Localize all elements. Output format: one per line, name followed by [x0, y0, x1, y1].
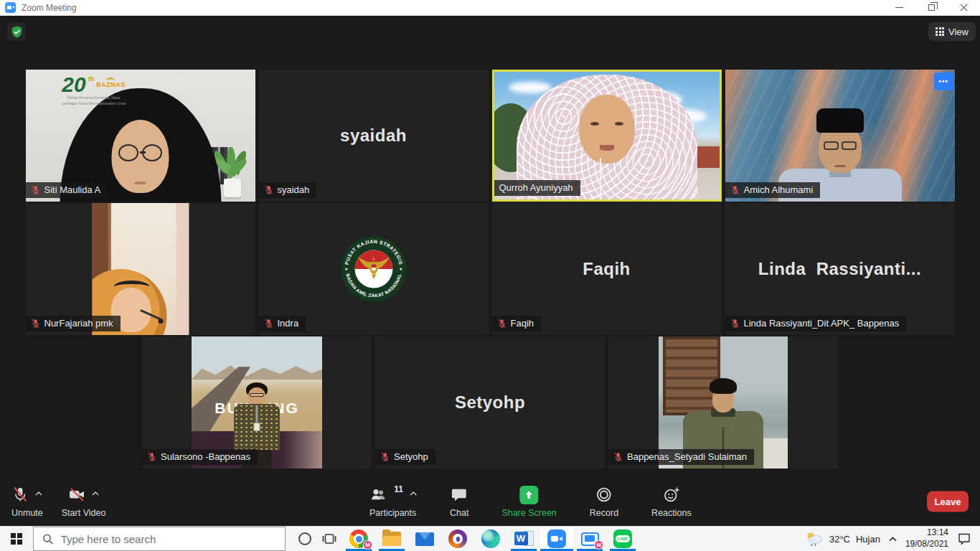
taskbar-app-zoom[interactable]	[540, 527, 573, 551]
window-title-bar: Zoom Meeting	[0, 0, 980, 16]
meeting-area: View	[0, 16, 980, 526]
close-button[interactable]	[948, 0, 980, 15]
baznas-20th-logo: 20 th BAZNAS Pilihan Pertama Pembayar Za…	[33, 74, 155, 106]
maximize-button[interactable]	[915, 0, 948, 15]
chat-button[interactable]: Chat	[450, 486, 468, 518]
close-icon	[960, 4, 968, 11]
muted-mic-icon	[497, 319, 507, 328]
video-gallery: 20 th BAZNAS Pilihan Pertama Pembayar Za…	[0, 70, 980, 468]
muted-mic-icon	[730, 319, 740, 328]
zoom-icon	[547, 529, 566, 548]
restore-icon	[928, 4, 935, 11]
task-view-icon	[322, 532, 336, 546]
participants-button[interactable]: 11 Participants	[369, 486, 417, 518]
taskbar-weather[interactable]: 32°C Hujan	[805, 531, 880, 547]
clock-time: 13:14	[905, 527, 948, 539]
clock-date: 19/08/2021	[905, 539, 948, 550]
participant-tile-linda-rassiyanti[interactable]: Linda Rassiyanti... Linda Rassiyanti_Dit…	[725, 203, 955, 335]
logo-star-left: ★	[344, 267, 348, 271]
taskbar-clock[interactable]: 13:14 19/08/2021	[905, 527, 948, 550]
baznas-20-suffix: th	[88, 75, 95, 83]
participant-tile-nurfajariah[interactable]: NurFajariah pmk	[26, 203, 255, 335]
wooden-shutters	[663, 336, 720, 415]
leave-button[interactable]: Leave	[927, 491, 969, 512]
taskbar-app-line[interactable]: LINE	[606, 527, 639, 551]
participant-tile-sularsono[interactable]: BUILDING	[142, 336, 372, 468]
muted-mic-icon	[730, 185, 740, 194]
meeting-toolbar: Unmute Start Video 11	[0, 477, 980, 526]
mail-icon	[415, 532, 434, 546]
gallery-row: NurFajariah pmk	[0, 203, 980, 335]
muted-mic-icon	[380, 452, 390, 461]
baznas-tagline-1: Pilihan Pertama Pembayar Zakat	[33, 95, 155, 101]
taskbar-app-chrome[interactable]: M	[342, 527, 375, 551]
taskbar-tray: 32°C Hujan 13:14 19/08/2021	[805, 527, 980, 550]
unmute-label: Unmute	[11, 508, 43, 518]
participant-tile-faqih[interactable]: Faqih Faqih	[492, 203, 722, 335]
share-screen-button[interactable]: Share Screen	[501, 486, 556, 518]
glasses	[250, 393, 264, 397]
word-icon: W	[514, 530, 534, 547]
taskbar-app-word[interactable]: W	[507, 527, 540, 551]
participant-name-label: Siti Maulida A	[26, 182, 108, 198]
taskbar-app-mail[interactable]	[408, 527, 441, 551]
participant-tile-qurroh-ayuniyyah[interactable]: Qurroh Ayuniyyah	[492, 70, 722, 202]
zoom-app-icon	[5, 2, 16, 13]
participant-tile-indra[interactable]: PUSAT KAJIAN STRATEGIS BADAN AMIL ZAKAT …	[259, 203, 489, 335]
gallery-row: 20 th BAZNAS Pilihan Pertama Pembayar Za…	[0, 70, 980, 202]
gallery-grid-icon	[936, 27, 944, 36]
record-button[interactable]: Record	[590, 486, 618, 518]
taskbar-app-zoom-share[interactable]: M	[573, 527, 606, 551]
person-face	[579, 95, 635, 164]
taskbar-apps: M W	[342, 527, 639, 551]
unmute-button[interactable]: Unmute	[11, 486, 43, 518]
action-center-icon[interactable]	[957, 532, 971, 546]
avast-browser-icon	[448, 529, 467, 548]
weather-rain-icon	[805, 531, 824, 547]
weather-condition: Hujan	[856, 534, 880, 545]
taskbar-app-file-explorer[interactable]	[375, 527, 408, 551]
muted-mic-icon	[613, 452, 623, 461]
participant-tile-setyadi-sulaiman[interactable]: Bappenas_Setyadi Sulaiman	[608, 336, 838, 468]
muted-mic-icon	[264, 185, 273, 194]
share-screen-icon	[520, 486, 539, 504]
minimize-button[interactable]	[883, 0, 915, 15]
participant-name-label: syaidah	[259, 182, 317, 198]
tray-overflow-caret-icon[interactable]	[889, 537, 897, 542]
task-view-button[interactable]	[322, 532, 336, 546]
cortana-icon[interactable]	[298, 532, 311, 545]
record-label: Record	[590, 508, 618, 518]
muted-mic-icon	[264, 319, 273, 328]
video-options-caret-icon[interactable]	[92, 491, 99, 496]
participant-tile-amich-alhumami[interactable]: ••• Amich Alhumami	[725, 70, 955, 202]
person-hair	[710, 378, 737, 394]
participant-tile-siti-maulida[interactable]: 20 th BAZNAS Pilihan Pertama Pembayar Za…	[26, 70, 255, 202]
start-button[interactable]	[0, 527, 33, 551]
weather-temp: 32°C	[829, 534, 850, 545]
taskbar-search-box[interactable]	[33, 527, 286, 551]
taskbar-app-avast-browser[interactable]	[441, 527, 474, 551]
taskbar-app-edge[interactable]	[474, 527, 507, 551]
reactions-icon	[662, 486, 680, 504]
participants-caret-icon[interactable]	[410, 491, 417, 496]
search-icon	[42, 533, 54, 545]
record-icon	[595, 486, 613, 504]
security-shield-icon	[10, 25, 24, 39]
gallery-row: BUILDING	[0, 336, 980, 468]
headset-band	[113, 281, 149, 293]
tile-more-options-button[interactable]: •••	[934, 72, 953, 90]
participant-tile-syaidah[interactable]: syaidah syaidah	[259, 70, 489, 202]
muted-mic-icon	[31, 185, 40, 194]
view-button[interactable]: View	[928, 22, 976, 41]
window-title: Zoom Meeting	[22, 3, 77, 13]
windows-logo-icon	[11, 533, 22, 545]
edge-icon	[481, 529, 500, 548]
participants-count-badge: 11	[394, 484, 403, 494]
start-video-button[interactable]: Start Video	[62, 486, 106, 518]
mic-options-caret-icon[interactable]	[35, 491, 42, 496]
reactions-button[interactable]: Reactions	[651, 486, 692, 518]
baznas-brand: BAZNAS	[96, 81, 126, 88]
participant-tile-setyohp[interactable]: Setyohp Setyohp	[375, 336, 605, 468]
search-input[interactable]	[61, 533, 276, 545]
meeting-security-button[interactable]	[7, 22, 26, 41]
